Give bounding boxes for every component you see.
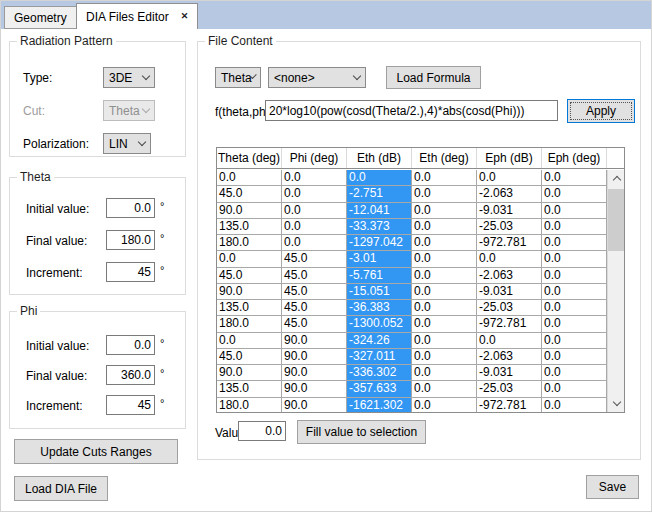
table-cell[interactable]: 0.0 <box>282 186 347 202</box>
table-cell[interactable]: 0.0 <box>542 333 607 349</box>
table-cell[interactable]: 0.0 <box>282 219 347 235</box>
table-cell[interactable]: 0.0 <box>412 235 477 251</box>
table-cell[interactable]: 0.0 <box>542 251 607 267</box>
table-cell[interactable]: 0.0 <box>282 235 347 251</box>
table-cell[interactable]: -972.781 <box>477 398 542 413</box>
load-formula-button[interactable]: Load Formula <box>386 66 481 89</box>
table-cell[interactable]: 0.0 <box>412 251 477 267</box>
table-cell[interactable]: 0.0 <box>282 203 347 219</box>
table-cell[interactable]: 0.0 <box>542 398 607 413</box>
table-cell[interactable]: -2.751 <box>347 186 412 202</box>
save-button[interactable]: Save <box>586 475 639 499</box>
table-cell[interactable]: 0.0 <box>542 268 607 284</box>
table-cell[interactable]: -336.302 <box>347 365 412 381</box>
table-cell[interactable]: 90.0 <box>282 381 347 397</box>
table-cell[interactable]: 0.0 <box>542 284 607 300</box>
table-cell[interactable]: -5.761 <box>347 268 412 284</box>
update-cuts-ranges-button[interactable]: Update Cuts Ranges <box>14 439 178 464</box>
table-cell[interactable]: 0.0 <box>477 170 542 186</box>
table-cell[interactable]: 45.0 <box>282 268 347 284</box>
table-cell[interactable]: -972.781 <box>477 235 542 251</box>
table-cell[interactable]: 45.0 <box>282 251 347 267</box>
table-cell[interactable]: 0.0 <box>542 235 607 251</box>
table-cell[interactable]: 0.0 <box>412 349 477 365</box>
table-cell[interactable]: 0.0 <box>412 333 477 349</box>
phi-increment-input[interactable] <box>106 395 155 415</box>
table-cell[interactable]: 0.0 <box>542 349 607 365</box>
table-cell[interactable]: -3.01 <box>347 251 412 267</box>
formula-preset-combo[interactable]: <none> <box>268 67 366 88</box>
type-combo[interactable]: 3DE <box>103 67 155 88</box>
table-cell[interactable]: 0.0 <box>412 170 477 186</box>
scrollbar-thumb[interactable] <box>608 189 625 251</box>
table-cell[interactable]: 0.0 <box>347 170 412 186</box>
tab-geometry[interactable]: Geometry <box>4 6 77 29</box>
table-cell[interactable]: -9.031 <box>477 284 542 300</box>
tab-dia-files-editor[interactable]: DIA Files Editor ✕ <box>76 3 198 29</box>
table-cell[interactable]: 0.0 <box>412 300 477 316</box>
table-cell[interactable]: 0.0 <box>412 203 477 219</box>
table-cell[interactable]: -327.011 <box>347 349 412 365</box>
table-cell[interactable]: 0.0 <box>412 219 477 235</box>
table-cell[interactable]: -2.063 <box>477 268 542 284</box>
apply-button[interactable]: Apply <box>567 99 635 123</box>
phi-initial-input[interactable] <box>106 335 155 355</box>
table-cell[interactable]: -25.03 <box>477 300 542 316</box>
table-cell[interactable]: 180.0 <box>217 398 282 413</box>
table-cell[interactable]: 0.0 <box>542 170 607 186</box>
table-cell[interactable]: -2.063 <box>477 349 542 365</box>
table-cell[interactable]: 0.0 <box>542 219 607 235</box>
table-cell[interactable]: 90.0 <box>217 284 282 300</box>
table-cell[interactable]: 180.0 <box>217 316 282 332</box>
table-cell[interactable]: 45.0 <box>282 300 347 316</box>
formula-input[interactable] <box>265 100 558 121</box>
vertical-scrollbar[interactable] <box>607 170 624 412</box>
table-cell[interactable]: 0.0 <box>412 284 477 300</box>
table-cell[interactable]: -1297.042 <box>347 235 412 251</box>
table-cell[interactable]: 45.0 <box>217 349 282 365</box>
table-cell[interactable]: 90.0 <box>282 398 347 413</box>
table-cell[interactable]: 0.0 <box>282 170 347 186</box>
table-cell[interactable]: 0.0 <box>412 398 477 413</box>
table-cell[interactable]: -25.03 <box>477 381 542 397</box>
table-cell[interactable]: 0.0 <box>412 381 477 397</box>
table-cell[interactable]: 0.0 <box>217 170 282 186</box>
table-cell[interactable]: 0.0 <box>542 203 607 219</box>
table-cell[interactable]: 135.0 <box>217 300 282 316</box>
table-cell[interactable]: -357.633 <box>347 381 412 397</box>
table-cell[interactable]: -15.051 <box>347 284 412 300</box>
table-cell[interactable]: 0.0 <box>542 316 607 332</box>
phi-final-input[interactable] <box>106 365 155 385</box>
theta-final-input[interactable] <box>106 230 155 250</box>
table-cell[interactable]: 90.0 <box>217 203 282 219</box>
fill-value-button[interactable]: Fill value to selection <box>297 420 426 444</box>
column-header[interactable]: Eth (deg) <box>412 148 477 168</box>
table-cell[interactable]: 90.0 <box>282 333 347 349</box>
table-cell[interactable]: -2.063 <box>477 186 542 202</box>
table-cell[interactable]: 0.0 <box>412 186 477 202</box>
table-cell[interactable]: 0.0 <box>217 251 282 267</box>
table-cell[interactable]: -12.041 <box>347 203 412 219</box>
table-cell[interactable]: -9.031 <box>477 365 542 381</box>
table-cell[interactable]: -25.03 <box>477 219 542 235</box>
table-cell[interactable]: 0.0 <box>542 300 607 316</box>
column-header[interactable]: Eth (dB) <box>347 148 412 168</box>
table-cell[interactable]: 45.0 <box>217 268 282 284</box>
table-cell[interactable]: 135.0 <box>217 381 282 397</box>
scroll-up-icon[interactable] <box>608 170 625 187</box>
column-header[interactable]: Phi (deg) <box>282 148 347 168</box>
table-cell[interactable]: -324.26 <box>347 333 412 349</box>
table-cell[interactable]: 90.0 <box>282 349 347 365</box>
polarization-combo[interactable]: LIN <box>103 133 151 154</box>
table-cell[interactable]: 0.0 <box>542 365 607 381</box>
table-cell[interactable]: 90.0 <box>217 365 282 381</box>
table-cell[interactable]: 90.0 <box>282 365 347 381</box>
table-cell[interactable]: 0.0 <box>477 333 542 349</box>
scroll-down-icon[interactable] <box>608 395 625 412</box>
table-cell[interactable]: -9.031 <box>477 203 542 219</box>
table-cell[interactable]: 45.0 <box>217 186 282 202</box>
theta-initial-input[interactable] <box>106 198 155 218</box>
table-cell[interactable]: 45.0 <box>282 316 347 332</box>
table-cell[interactable]: 135.0 <box>217 219 282 235</box>
table-cell[interactable]: -1300.052 <box>347 316 412 332</box>
